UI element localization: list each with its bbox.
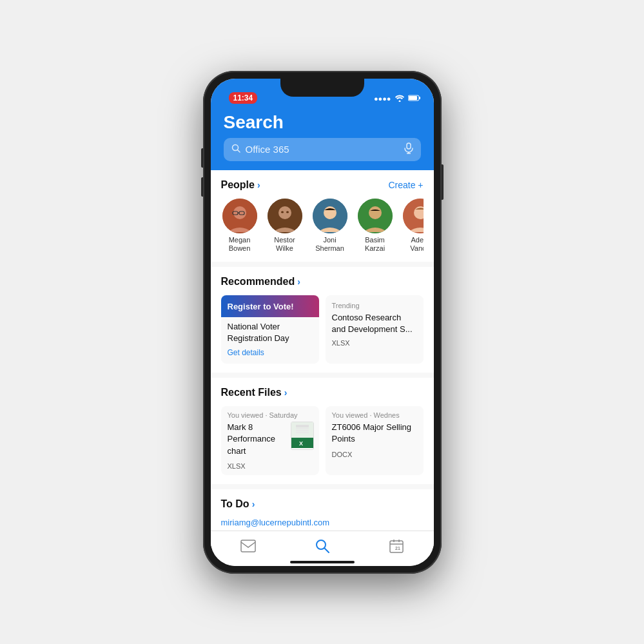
recommended-card-2[interactable]: Trending Contoso Research and Developmen… <box>326 295 424 364</box>
rec-card-1-title: National Voter Registration Day <box>228 321 313 344</box>
avatar-nestor <box>268 199 302 233</box>
phone-screen: 11:34 ●●●● <box>211 79 434 566</box>
avatar-joni <box>313 199 347 233</box>
todo-section: To Do › miriamg@lucernepubintl.com <box>211 489 434 536</box>
volume-down-button <box>201 177 203 197</box>
volume-up-button <box>201 148 203 168</box>
svg-rect-1 <box>409 96 417 100</box>
svg-rect-25 <box>296 430 309 431</box>
wifi-icon <box>395 94 405 103</box>
rec-card-2-body: Trending Contoso Research and Developmen… <box>326 295 424 353</box>
todo-chevron-icon: › <box>252 499 255 509</box>
nav-mail[interactable] <box>240 540 256 552</box>
power-button <box>442 164 444 200</box>
recent-files-header: Recent Files › <box>221 387 424 398</box>
create-button[interactable]: Create + <box>388 180 423 190</box>
person-adele[interactable]: Adele Vance <box>402 199 424 253</box>
file-2-type: DOCX <box>332 451 417 458</box>
search-icon <box>231 144 240 155</box>
todo-section-title[interactable]: To Do › <box>221 498 255 510</box>
svg-line-4 <box>237 150 240 153</box>
avatar-adele <box>403 199 424 233</box>
svg-rect-24 <box>296 428 309 429</box>
svg-rect-28 <box>241 540 255 552</box>
person-basim[interactable]: Basim Karzai <box>356 199 394 253</box>
battery-icon <box>408 94 421 103</box>
recommended-section-header: Recommended › <box>221 276 424 288</box>
person-name-adele: Adele Vance <box>410 236 423 253</box>
search-input-value: Office 365 <box>246 144 399 155</box>
recommended-grid: Register to Vote! National Voter Registr… <box>221 295 424 364</box>
status-time: 11:34 <box>229 92 258 104</box>
svg-text:21: 21 <box>395 546 400 551</box>
file-card-2[interactable]: You viewed · Wednes ZT6006 Major Selling… <box>326 406 424 475</box>
todo-email[interactable]: miriamg@lucernepubintl.com <box>221 518 424 527</box>
svg-rect-2 <box>419 97 420 99</box>
rec-card-2-type: XLSX <box>332 339 417 347</box>
recent-files-section: Recent Files › You viewed · Saturday Mar… <box>211 378 434 484</box>
search-bar[interactable]: Office 365 <box>224 138 421 161</box>
main-content: People › Create + <box>211 170 434 549</box>
mic-icon[interactable] <box>404 142 413 157</box>
person-name-megan: Megan Bowen <box>229 236 251 253</box>
recommended-chevron-icon: › <box>297 277 300 287</box>
person-name-basim: Basim Karzai <box>365 236 385 253</box>
file-1-viewed: You viewed · Saturday <box>228 411 313 419</box>
signal-icon: ●●●● <box>374 95 391 102</box>
person-megan[interactable]: Megan Bowen <box>221 199 259 253</box>
rec-card-1-banner: Register to Vote! <box>221 295 319 317</box>
svg-point-14 <box>278 206 291 219</box>
recent-files-chevron-icon: › <box>284 387 288 398</box>
rec-card-1-link[interactable]: Get details <box>228 348 313 357</box>
app-header: Search Office 365 <box>211 107 434 170</box>
home-indicator <box>290 561 355 563</box>
recent-files-title[interactable]: Recent Files › <box>221 387 288 398</box>
file-2-viewed: You viewed · Wednes <box>332 411 417 419</box>
file-1-type: XLSX <box>228 462 313 470</box>
person-name-nestor: Nestor Wilke <box>274 236 295 253</box>
svg-point-20 <box>369 206 382 219</box>
people-section-title[interactable]: People › <box>221 179 260 191</box>
person-joni[interactable]: Joni Sherman <box>311 199 349 253</box>
file-card-1[interactable]: You viewed · Saturday Mark 8 Performance… <box>221 406 319 475</box>
avatar-basim <box>358 199 393 233</box>
people-chevron-icon: › <box>257 180 260 190</box>
people-section-header: People › Create + <box>221 179 424 191</box>
recommended-section-title[interactable]: Recommended › <box>221 276 300 288</box>
people-list: Megan Bowen <box>221 199 424 253</box>
people-section: People › Create + <box>211 170 434 262</box>
rec-card-1-banner-text: Register to Vote! <box>228 302 294 311</box>
file-1-thumbnail: X <box>291 422 314 450</box>
status-icons: ●●●● <box>374 94 421 103</box>
rec-card-1-body: National Voter Registration Day Get deta… <box>221 317 319 364</box>
page-title: Search <box>224 112 421 133</box>
svg-point-15 <box>281 211 284 213</box>
nav-search[interactable] <box>315 539 329 553</box>
files-grid: You viewed · Saturday Mark 8 Performance… <box>221 406 424 475</box>
avatar-megan <box>222 199 257 233</box>
rec-card-2-title: Contoso Research and Development S... <box>332 312 417 335</box>
rec-card-2-label: Trending <box>332 302 417 309</box>
todo-section-header: To Do › <box>221 498 424 510</box>
recommended-card-1[interactable]: Register to Vote! National Voter Registr… <box>221 295 319 364</box>
svg-rect-5 <box>407 143 411 149</box>
svg-line-30 <box>324 548 329 552</box>
svg-text:X: X <box>299 440 303 447</box>
svg-point-16 <box>286 211 289 213</box>
person-name-joni: Joni Sherman <box>315 236 344 253</box>
svg-rect-26 <box>296 432 309 433</box>
nav-calendar[interactable]: 21 <box>389 539 404 553</box>
phone-frame: 11:34 ●●●● <box>203 71 442 574</box>
phone-notch <box>280 79 364 97</box>
recommended-section: Recommended › Register to Vote! National… <box>211 267 434 373</box>
svg-rect-23 <box>296 425 309 427</box>
file-2-name: ZT6006 Major Selling Points <box>332 422 417 445</box>
person-nestor[interactable]: Nestor Wilke <box>266 199 304 253</box>
